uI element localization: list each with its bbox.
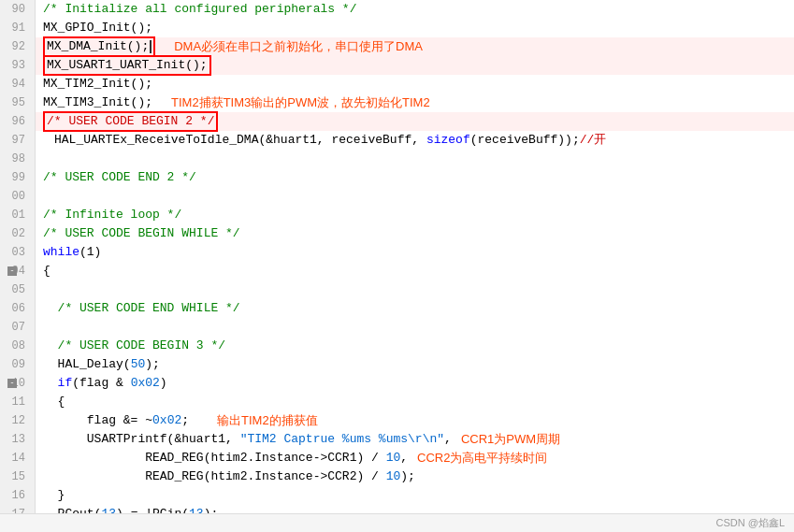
code-text-110-kw: if [58, 374, 73, 393]
code-line-95: MX_TIM3_Init(); TIM2捕获TIM3输出的PWM波，故先初始化T… [36, 93, 794, 112]
code-text-114: READ_REG(htim2.Instance->CCR1) / 10, [43, 449, 408, 467]
code-line-100 [36, 187, 794, 206]
code-text-106: /* USER CODE END WHILE */ [43, 299, 240, 318]
cursor [150, 40, 152, 53]
ln-112: 12 [6, 411, 29, 430]
ln-107: 07 [6, 318, 29, 337]
code-line-110: if(flag & 0x02) [36, 374, 794, 393]
ln-110[interactable]: - 10 [6, 374, 29, 393]
code-line-107 [36, 318, 794, 337]
ln-93: 93 [6, 56, 29, 75]
code-line-94: MX_TIM2_Init(); [36, 75, 794, 93]
code-line-96: /* USER CODE BEGIN 2 */ [36, 112, 794, 131]
code-line-97: HAL_UARTEx_ReceiveToIdle_DMA(&huart1, re… [36, 131, 794, 150]
code-text-90: /* Initialize all configured peripherals… [43, 0, 356, 19]
ln-105: 05 [6, 280, 29, 299]
code-text-92: MX_DMA_Init(); [47, 39, 149, 53]
code-text-101: /* Infinite loop */ [43, 206, 181, 224]
ln-91: 91 [6, 19, 29, 37]
collapse-icon-104[interactable]: - [7, 266, 17, 276]
ln-111: 11 [6, 393, 29, 411]
code-line-98 [36, 150, 794, 168]
ln-98: 98 [6, 150, 29, 168]
code-line-106: /* USER CODE END WHILE */ [36, 299, 794, 318]
code-line-99: /* USER CODE END 2 */ [36, 168, 794, 187]
ln-99: 99 [6, 168, 29, 187]
ln-102: 02 [6, 224, 29, 243]
code-text-117: PCout(13) = !PCin(13); [43, 505, 218, 513]
code-editor: 90 91 92 93 94 95 96 97 98 99 00 01 02 0… [0, 0, 794, 513]
code-text-115: READ_REG(htim2.Instance->CCR2) / 10); [43, 467, 415, 486]
ln-106: 06 [6, 299, 29, 318]
code-line-114: READ_REG(htim2.Instance->CCR1) / 10, CCR… [36, 449, 794, 467]
code-text-112: flag &= ~0x02; [43, 411, 189, 430]
ln-90: 90 [6, 0, 29, 19]
code-line-92: MX_DMA_Init(); DMA必须在串口之前初始化，串口使用了DMA [36, 37, 794, 56]
bottom-bar: CSDN @焰鑫L [0, 513, 794, 532]
code-line-103: while (1) [36, 243, 794, 262]
ln-95: 95 [6, 93, 29, 112]
code-text-104: { [43, 262, 51, 280]
code-text-94: MX_TIM2_Init(); [43, 75, 152, 93]
code-text-116: } [43, 486, 65, 505]
code-content[interactable]: /* Initialize all configured peripherals… [36, 0, 794, 513]
annotation-114: CCR2为高电平持续时间 [417, 449, 547, 467]
code-text-97: HAL_UARTEx_ReceiveToIdle_DMA(&huart1, re… [54, 131, 606, 150]
code-text-111: { [43, 393, 65, 411]
ln-96: 96 [6, 112, 29, 131]
ln-103: 03 [6, 243, 29, 262]
code-line-104: { [36, 262, 794, 280]
ln-115: 15 [6, 467, 29, 486]
code-line-113: USARTPrintf(&huart1, "TIM2 Captrue %ums … [36, 430, 794, 449]
highlight-box-96: /* USER CODE BEGIN 2 */ [43, 111, 218, 132]
ln-101: 01 [6, 206, 29, 224]
ln-104[interactable]: - 04 [6, 262, 29, 280]
highlight-box-93: MX_USART1_UART_Init(); [43, 55, 211, 76]
code-text-96: /* USER CODE BEGIN 2 */ [47, 114, 214, 128]
code-text-95: MX_TIM3_Init(); [43, 93, 152, 112]
ln-114: 14 [6, 449, 29, 467]
annotation-112: 输出TIM2的捕获值 [217, 411, 318, 430]
code-text-109: HAL_Delay(50); [43, 355, 160, 374]
code-line-101: /* Infinite loop */ [36, 206, 794, 224]
code-line-90: /* Initialize all configured peripherals… [36, 0, 794, 19]
code-text-103-kw: while [43, 243, 79, 262]
collapse-icon-110[interactable]: - [7, 379, 17, 388]
ln-109: 09 [6, 355, 29, 374]
ln-108: 08 [6, 337, 29, 355]
bottom-label: CSDN @焰鑫L [715, 516, 785, 530]
annotation-95: TIM2捕获TIM3输出的PWM波，故先初始化TIM2 [171, 93, 430, 112]
code-line-112: flag &= ~0x02; 输出TIM2的捕获值 [36, 411, 794, 430]
code-text-113: USARTPrintf(&huart1, "TIM2 Captrue %ums … [43, 430, 452, 449]
code-line-117: PCout(13) = !PCin(13); [36, 505, 794, 513]
code-text-110 [43, 374, 58, 393]
annotation-113: CCR1为PWM周期 [461, 430, 560, 449]
code-line-108: /* USER CODE BEGIN 3 */ [36, 337, 794, 355]
ln-117: 17 [6, 505, 29, 513]
highlight-box-92: MX_DMA_Init(); [43, 36, 155, 57]
ln-100: 00 [6, 187, 29, 206]
code-text-91: MX_GPIO_Init(); [43, 19, 152, 37]
code-line-102: /* USER CODE BEGIN WHILE */ [36, 224, 794, 243]
code-text-102: /* USER CODE BEGIN WHILE */ [43, 224, 240, 243]
code-line-105 [36, 280, 794, 299]
annotation-92: DMA必须在串口之前初始化，串口使用了DMA [174, 37, 423, 56]
code-text-103-rest: (1) [79, 243, 101, 262]
code-text-108: /* USER CODE BEGIN 3 */ [43, 337, 225, 355]
code-line-116: } [36, 486, 794, 505]
code-line-115: READ_REG(htim2.Instance->CCR2) / 10); [36, 467, 794, 486]
ln-113: 13 [6, 430, 29, 449]
ln-92: 92 [6, 37, 29, 56]
ln-94: 94 [6, 75, 29, 93]
code-line-109: HAL_Delay(50); [36, 355, 794, 374]
line-numbers: 90 91 92 93 94 95 96 97 98 99 00 01 02 0… [0, 0, 36, 513]
ln-97: 97 [6, 131, 29, 150]
code-text-99: /* USER CODE END 2 */ [43, 168, 196, 187]
ln-116: 16 [6, 486, 29, 505]
code-line-93: MX_USART1_UART_Init(); [36, 56, 794, 75]
code-line-91: MX_GPIO_Init(); [36, 19, 794, 37]
code-text-110-rest: (flag & 0x02) [72, 374, 166, 393]
code-line-111: { [36, 393, 794, 411]
code-text-93: MX_USART1_UART_Init(); [47, 58, 208, 72]
